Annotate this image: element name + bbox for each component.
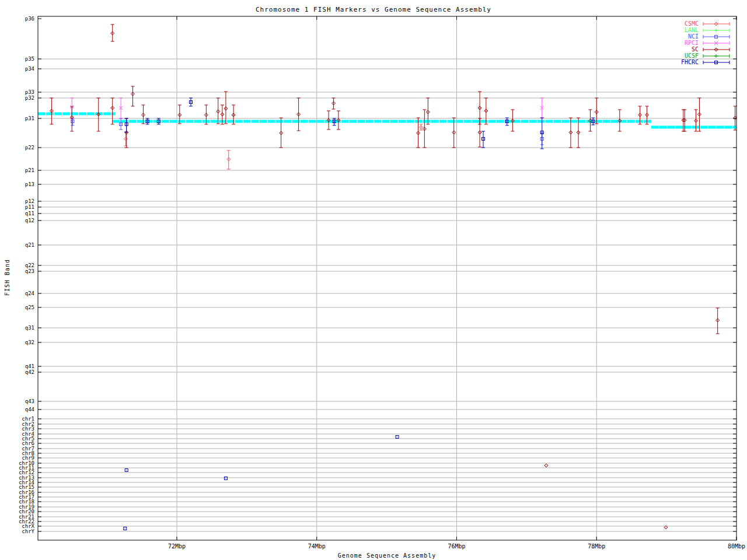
series-RPCI — [70, 98, 544, 118]
legend: CSMCLANLNCIRPCISCUCSFFHCRC — [681, 20, 729, 65]
y-tick-label: q21 — [25, 242, 34, 248]
legend-label-UCSF: UCSF — [685, 52, 699, 59]
y-tick-label: p22 — [25, 145, 34, 150]
x-tick-label: 74Mbp — [308, 543, 326, 550]
series-CSMC — [124, 124, 423, 169]
y-tick-label: q31 — [25, 325, 34, 331]
marker-plus — [714, 54, 718, 58]
y-tick-label: q11 — [25, 211, 34, 216]
y-tick-label: p34 — [25, 66, 34, 72]
legend-label-LANL: LANL — [685, 27, 699, 33]
marker-square — [125, 469, 128, 472]
y-tick-label: chrY — [22, 528, 34, 534]
y-tick-label: q23 — [25, 268, 34, 274]
x-tick-label: 80Mbp — [728, 543, 745, 550]
legend-label-CSMC: CSMC — [685, 20, 699, 27]
y-tick-label: p33 — [25, 89, 34, 95]
y-tick-label: q12 — [25, 218, 34, 223]
marker-plus — [714, 29, 718, 32]
marker-square — [396, 436, 399, 439]
y-tick-label: q42 — [25, 369, 34, 375]
axes — [38, 16, 736, 540]
marker-square — [124, 527, 127, 530]
y-tick-label: q43 — [25, 398, 34, 404]
legend-label-SC: SC — [692, 46, 699, 52]
fish-marker-plot-page: { "chart_data": { "type": "scatter", "ti… — [0, 0, 747, 560]
legend-label-RPCI: RPCI — [685, 40, 699, 46]
y-tick-label: q41 — [25, 363, 34, 369]
y-tick-label: p12 — [25, 198, 34, 204]
marker-diamond — [544, 464, 548, 467]
y-tick-label: p31 — [25, 116, 34, 121]
legend-label-FHCRC: FHCRC — [681, 59, 699, 65]
y-tick-label: p11 — [25, 204, 34, 210]
y-tick-label: q44 — [25, 407, 34, 412]
series-FHCRC — [124, 98, 595, 530]
plot-area: p36p35p34p33p32p31p22p21p13p12p11q11q12q… — [0, 0, 747, 560]
y-tick-label: q22 — [25, 262, 34, 268]
y-tick-label: q24 — [25, 290, 34, 296]
tick-labels: p36p35p34p33p32p31p22p21p13p12p11q11q12q… — [19, 16, 745, 550]
x-tick-label: 76Mbp — [448, 543, 465, 550]
legend-label-NCI: NCI — [688, 33, 699, 40]
y-tick-label: p35 — [25, 56, 34, 62]
x-tick-label: 78Mbp — [588, 543, 605, 550]
y-tick-label: q25 — [25, 304, 34, 310]
y-tick-label: p21 — [25, 167, 34, 173]
y-tick-label: p36 — [25, 16, 34, 22]
marker-square — [224, 477, 227, 480]
gridlines — [39, 17, 736, 540]
y-tick-label: p32 — [25, 95, 34, 101]
y-tick-label: q32 — [25, 340, 34, 345]
y-tick-label: p13 — [25, 181, 34, 187]
x-tick-label: 72Mbp — [168, 543, 186, 550]
